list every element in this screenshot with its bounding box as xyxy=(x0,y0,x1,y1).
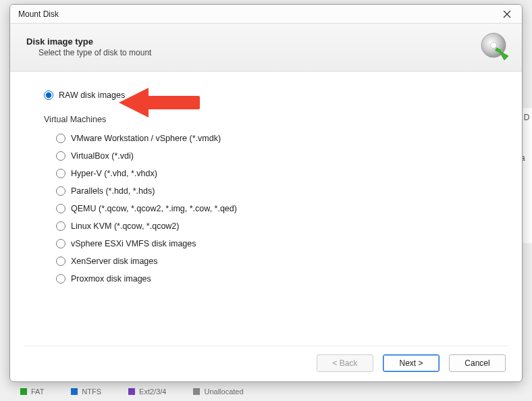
option-label[interactable]: Proxmox disk images xyxy=(71,274,151,284)
wizard-footer: < Back Next > Cancel xyxy=(24,346,508,381)
wizard-header: Disk image type Select the type of disk … xyxy=(10,24,522,72)
vm-options-group: VMware Workstation / vSphere (*.vmdk) Vi… xyxy=(56,134,503,284)
radio-xenserver[interactable] xyxy=(56,257,65,266)
legend-item: Unallocated xyxy=(193,387,243,396)
option-xenserver[interactable]: XenServer disk images xyxy=(56,257,503,266)
close-button[interactable] xyxy=(496,6,518,22)
option-hyperv[interactable]: Hyper-V (*.vhd, *.vhdx) xyxy=(56,169,503,178)
window-title: Mount Disk xyxy=(18,9,59,19)
cancel-button[interactable]: Cancel xyxy=(449,354,506,372)
option-label[interactable]: XenServer disk images xyxy=(71,257,158,266)
legend-item: NTFS xyxy=(71,387,101,396)
option-label[interactable]: vSphere ESXi VMFS disk images xyxy=(71,239,196,248)
radio-virtualbox[interactable] xyxy=(56,151,65,161)
option-label[interactable]: Linux KVM (*.qcow, *.qcow2) xyxy=(71,221,180,231)
wizard-content: RAW disk images Virtual Machines VMware … xyxy=(10,72,522,346)
next-button[interactable]: Next > xyxy=(383,354,440,372)
option-proxmox[interactable]: Proxmox disk images xyxy=(56,274,503,284)
option-parallels[interactable]: Parallels (*.hdd, *.hds) xyxy=(56,186,503,196)
option-label[interactable]: RAW disk images xyxy=(59,90,125,100)
option-linuxkvm[interactable]: Linux KVM (*.qcow, *.qcow2) xyxy=(56,221,503,231)
radio-qemu[interactable] xyxy=(56,204,65,213)
titlebar: Mount Disk xyxy=(10,5,522,24)
option-label[interactable]: QEMU (*.qcow, *.qcow2, *.img, *.cow, *.q… xyxy=(71,204,237,213)
radio-esxi[interactable] xyxy=(56,239,65,248)
radio-vmware[interactable] xyxy=(56,134,65,143)
close-icon xyxy=(503,10,511,18)
option-raw[interactable]: RAW disk images xyxy=(44,90,503,100)
disk-mount-icon xyxy=(479,30,511,63)
radio-linuxkvm[interactable] xyxy=(56,221,65,231)
bg-legend: FAT NTFS Ext2/3/4 Unallocated xyxy=(20,387,244,396)
radio-parallels[interactable] xyxy=(56,186,65,196)
back-button: < Back xyxy=(317,354,373,372)
option-label[interactable]: Hyper-V (*.vhd, *.vhdx) xyxy=(71,169,157,178)
vm-group-label: Virtual Machines xyxy=(44,115,503,124)
header-title: Disk image type xyxy=(26,36,151,47)
header-subtitle: Select the type of disk to mount xyxy=(38,48,151,57)
legend-item: FAT xyxy=(20,387,44,396)
radio-raw[interactable] xyxy=(44,90,53,100)
option-label[interactable]: Parallels (*.hdd, *.hds) xyxy=(71,186,155,196)
mount-disk-dialog: Mount Disk Disk image type Select the ty… xyxy=(9,4,523,382)
legend-item: Ext2/3/4 xyxy=(128,387,166,396)
option-label[interactable]: VirtualBox (*.vdi) xyxy=(71,151,134,161)
option-esxi[interactable]: vSphere ESXi VMFS disk images xyxy=(56,239,503,248)
option-virtualbox[interactable]: VirtualBox (*.vdi) xyxy=(56,151,503,161)
radio-proxmox[interactable] xyxy=(56,274,65,284)
svg-point-1 xyxy=(491,43,497,49)
option-qemu[interactable]: QEMU (*.qcow, *.qcow2, *.img, *.cow, *.q… xyxy=(56,204,503,213)
option-vmware[interactable]: VMware Workstation / vSphere (*.vmdk) xyxy=(56,134,503,143)
option-label[interactable]: VMware Workstation / vSphere (*.vmdk) xyxy=(71,134,221,143)
radio-hyperv[interactable] xyxy=(56,169,65,178)
